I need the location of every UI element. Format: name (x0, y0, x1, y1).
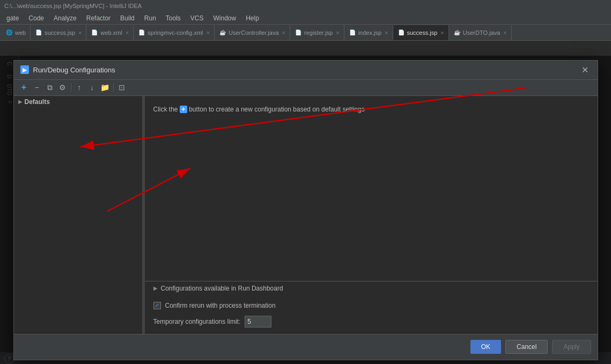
apply-button[interactable]: Apply (552, 340, 591, 354)
right-content: Click the + button to create a new confi… (145, 96, 598, 281)
java-icon-1: ☕ (219, 29, 226, 36)
jsp-icon-1: 📄 (35, 29, 42, 36)
temp-config-input[interactable] (245, 316, 271, 328)
toolbar-separator-2 (113, 83, 114, 92)
window-title: C:\...\web\success.jsp [MySpringMVC] - I… (4, 3, 142, 9)
sort-button[interactable]: ⊡ (116, 81, 128, 93)
menu-bar: gate Code Analyze Refactor Build Run Too… (0, 12, 611, 25)
cancel-button[interactable]: Cancel (505, 340, 548, 354)
jsp-icon-2: 📄 (295, 29, 302, 36)
dialog-body: ▶ Defaults Click the + button to create … (14, 96, 598, 334)
menu-analyze[interactable]: Analyze (49, 13, 81, 23)
tab-register-jsp[interactable]: 📄 register.jsp × (290, 25, 344, 40)
temp-config-label: Temporary configurations limit: (153, 318, 241, 325)
plus-icon: + (180, 106, 187, 113)
move-up-button[interactable]: ↑ (73, 81, 85, 93)
tree-item-defaults[interactable]: ▶ Defaults (14, 96, 142, 108)
right-panel: Click the + button to create a new confi… (145, 96, 598, 334)
menu-code[interactable]: Code (24, 13, 48, 23)
dialog-footer: OK Cancel Apply (14, 334, 598, 360)
tab-web[interactable]: 🌐 web (1, 25, 31, 40)
rerun-label: Confirm rerun with process termination (165, 302, 276, 309)
tree-arrow-defaults: ▶ (18, 99, 23, 105)
tab-success-jsp-1[interactable]: 📄 success.jsp × (31, 25, 86, 40)
menu-window[interactable]: Window (209, 13, 241, 23)
tab-usercontroller[interactable]: ☕ UserController.java × (215, 25, 290, 40)
menu-refactor[interactable]: Refactor (82, 13, 115, 23)
dialog-title: Run/Debug Configurations (33, 66, 579, 74)
instructions-text: Click the + button to create a new confi… (153, 105, 589, 114)
java-icon-2: ☕ (453, 29, 461, 36)
toolbar-separator-1 (71, 83, 71, 92)
menu-build[interactable]: Build (116, 13, 139, 23)
xml-icon-2: 📄 (138, 29, 145, 36)
configs-expand-section[interactable]: ▶ Configurations available in Run Dashbo… (145, 281, 598, 295)
temp-config-row: Temporary configurations limit: (153, 316, 589, 328)
left-panel: ▶ Defaults (14, 96, 143, 334)
tab-success-jsp-2[interactable]: 📄 success.jsp × (393, 25, 449, 40)
folder-button[interactable]: 📁 (99, 81, 111, 93)
dialog-title-bar: ▶ Run/Debug Configurations ✕ (14, 61, 598, 80)
tab-springmvc-config[interactable]: 📄 springmvc-config.xml × (134, 25, 215, 40)
run-debug-dialog: ▶ Run/Debug Configurations ✕ + − ⧉ ⚙ ↑ ↓… (13, 60, 598, 360)
expand-arrow-icon: ▶ (153, 285, 158, 291)
dialog-icon: ▶ (20, 65, 29, 74)
menu-vcs[interactable]: VCS (186, 13, 208, 23)
title-bar: C:\...\web\success.jsp [MySpringMVC] - I… (0, 0, 611, 12)
tab-web-xml[interactable]: 📄 web.xml × (86, 25, 134, 40)
configs-section-label: Configurations available in Run Dashboar… (161, 285, 283, 292)
menu-run[interactable]: Run (140, 13, 160, 23)
web-icon: 🌐 (5, 29, 13, 36)
menu-help[interactable]: Help (241, 13, 263, 23)
menu-gate[interactable]: gate (2, 13, 23, 23)
dialog-toolbar: + − ⧉ ⚙ ↑ ↓ 📁 ⊡ (14, 80, 598, 96)
xml-icon-1: 📄 (91, 29, 98, 36)
checkbox-row-rerun: Confirm rerun with process termination (153, 302, 589, 309)
dialog-close-button[interactable]: ✕ (579, 64, 591, 76)
move-down-button[interactable]: ↓ (86, 81, 98, 93)
main-area: C D DTO F ▶ Run/Debug Configurations ✕ +… (0, 56, 611, 364)
tab-userdto[interactable]: ☕ UserDTO.java × (449, 25, 512, 40)
options-section: Confirm rerun with process termination T… (145, 295, 598, 334)
ok-button[interactable]: OK (470, 340, 501, 354)
tree-label-defaults: Defaults (25, 98, 50, 106)
settings-button[interactable]: ⚙ (57, 81, 69, 93)
jsp-icon-4: 📄 (397, 29, 405, 36)
add-config-button[interactable]: + (18, 81, 30, 93)
remove-config-button[interactable]: − (31, 81, 43, 93)
copy-config-button[interactable]: ⧉ (44, 81, 56, 93)
tab-index-jsp[interactable]: 📄 index.jsp × (344, 25, 393, 40)
tab-bar: 🌐 web 📄 success.jsp × 📄 web.xml × 📄 spri… (0, 25, 611, 41)
menu-tools[interactable]: Tools (161, 13, 185, 23)
jsp-icon-3: 📄 (349, 29, 356, 36)
rerun-checkbox[interactable] (153, 302, 161, 309)
